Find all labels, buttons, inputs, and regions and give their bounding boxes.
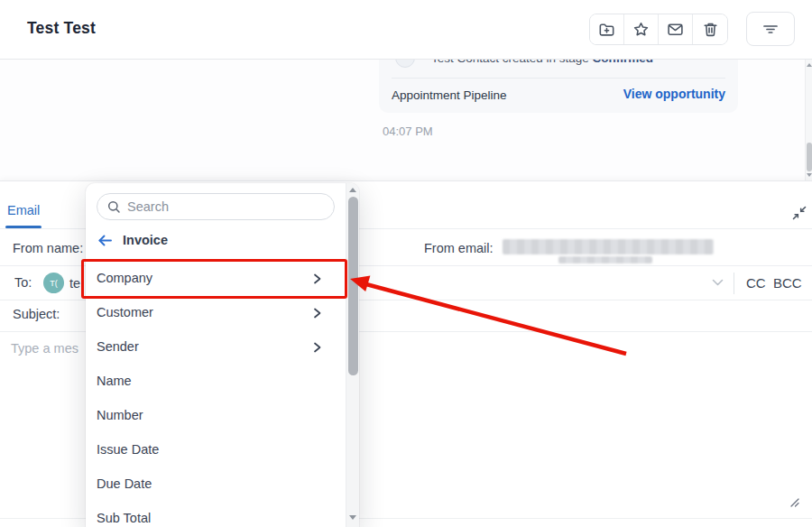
timeline-scrollbar-thumb[interactable]: [807, 143, 812, 171]
dropdown-item-label: Number: [97, 408, 143, 422]
page-title: Test Test: [27, 19, 96, 38]
dropdown-scrollbar-thumb[interactable]: [348, 197, 358, 375]
scroll-down-arrow-icon[interactable]: [807, 173, 812, 177]
dropdown-item-sender[interactable]: Sender: [86, 330, 346, 365]
dropdown-item-due-date[interactable]: Due Date: [86, 467, 346, 502]
pipeline-name: Appointment Pipeline: [392, 88, 507, 102]
dropdown-item-label: Customer: [97, 305, 153, 319]
recipient-avatar[interactable]: T(: [43, 273, 64, 293]
add-to-folder-button[interactable]: [590, 14, 624, 44]
email-button[interactable]: [659, 14, 693, 44]
bcc-button[interactable]: BCC: [773, 275, 802, 291]
scroll-down-arrow-icon[interactable]: [349, 515, 356, 520]
header-action-toolbar: [589, 14, 728, 45]
collapse-composer-icon[interactable]: [791, 205, 809, 223]
recipient-name: te: [69, 276, 80, 291]
delete-button[interactable]: [693, 14, 727, 44]
tab-email[interactable]: Email: [7, 203, 40, 217]
dropdown-item-label: Sender: [97, 339, 139, 354]
dropdown-item-label: Name: [97, 374, 132, 388]
chevron-right-icon: [311, 341, 323, 354]
dropdown-item-sub-total[interactable]: Sub Total: [86, 502, 346, 527]
filter-button[interactable]: [746, 12, 795, 46]
trash-icon: [702, 21, 719, 38]
event-timestamp: 04:07 PM: [383, 125, 433, 138]
cc-button[interactable]: CC: [746, 275, 766, 291]
from-email-redacted-value-2: [558, 256, 652, 264]
favorite-button[interactable]: [624, 14, 659, 44]
search-placeholder: Search: [127, 199, 169, 214]
scroll-up-arrow-icon[interactable]: [807, 63, 812, 67]
page: Test Contact created in stage Confirmed …: [0, 0, 812, 527]
dropdown-item-company[interactable]: Company: [86, 262, 346, 296]
event-pipeline-row: Appointment Pipeline View opportunity: [379, 79, 738, 113]
star-icon: [632, 21, 650, 38]
dropdown-item-issue-date[interactable]: Issue Date: [86, 433, 346, 467]
envelope-icon: [667, 21, 684, 38]
arrow-left-icon: [97, 234, 113, 247]
chevron-right-icon: [311, 307, 323, 319]
chevron-down-icon[interactable]: [712, 279, 724, 287]
view-opportunity-link[interactable]: View opportunity: [623, 87, 725, 101]
filter-icon: [761, 21, 780, 37]
dropdown-item-name[interactable]: Name: [86, 365, 346, 399]
dropdown-back-button[interactable]: Invoice: [97, 231, 168, 249]
divider: [734, 273, 734, 294]
resize-grip[interactable]: [787, 494, 801, 508]
dropdown-category-label: Invoice: [123, 233, 168, 247]
dropdown-item-customer[interactable]: Customer: [86, 296, 346, 330]
merge-field-dropdown: Search Invoice CompanyCustomerSenderName…: [86, 183, 359, 527]
scroll-up-arrow-icon[interactable]: [349, 188, 356, 192]
dropdown-scrollbar[interactable]: [346, 183, 359, 527]
message-input-placeholder[interactable]: Type a mes: [11, 341, 78, 356]
search-input[interactable]: Search: [97, 193, 335, 220]
dropdown-item-label: Due Date: [97, 476, 152, 491]
timeline-scrollbar[interactable]: [805, 60, 812, 180]
dropdown-item-number[interactable]: Number: [86, 399, 346, 433]
from-email-label: From email:: [424, 241, 494, 255]
dropdown-item-list: CompanyCustomerSenderNameNumberIssue Dat…: [86, 262, 346, 527]
from-name-label: From name:: [13, 241, 83, 255]
dropdown-item-label: Issue Date: [97, 442, 159, 457]
subject-label: Subject:: [13, 307, 60, 321]
folder-plus-icon: [598, 21, 615, 38]
contact-header: Test Test: [0, 0, 812, 60]
search-icon: [107, 200, 121, 214]
timeline-section: Test Contact created in stage Confirmed …: [0, 60, 812, 180]
dropdown-item-label: Company: [97, 271, 152, 285]
dropdown-item-label: Sub Total: [97, 511, 151, 525]
to-label: To:: [14, 275, 32, 290]
from-email-redacted-value: [503, 239, 714, 254]
chevron-right-icon: [311, 273, 323, 285]
